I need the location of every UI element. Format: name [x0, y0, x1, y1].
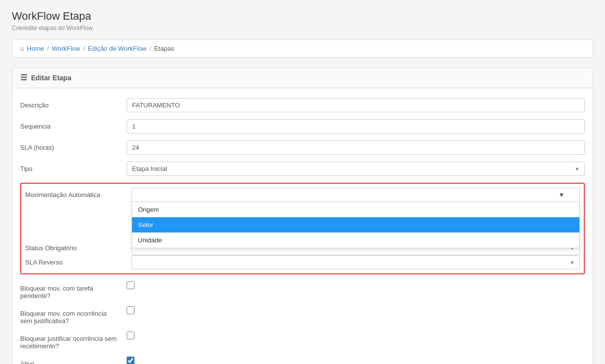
breadcrumb-sep-1: / — [47, 45, 49, 52]
sla-input[interactable] — [127, 140, 585, 155]
sla-reverso-select-wrapper: ▼ — [132, 255, 580, 269]
bloquear1-wrap — [127, 281, 585, 289]
sequencia-row: Sequencia — [20, 119, 585, 133]
breadcrumb-workflow[interactable]: WorkFlow — [52, 45, 80, 52]
movimentacao-dropdown-display[interactable]: ▼ — [132, 188, 580, 201]
card-body: Descrição Sequencia SLA (horas) — [12, 88, 593, 364]
sequencia-input[interactable] — [127, 119, 585, 133]
tipo-label: Tipo — [20, 162, 119, 172]
card-header: ☰ Editar Etapa — [12, 68, 593, 88]
descricao-wrap — [127, 98, 585, 112]
highlight-group: Movimentação Automática ▼ Origem Setor U… — [20, 183, 585, 274]
ativo-checkbox[interactable] — [127, 357, 134, 364]
sla-row: SLA (horas) — [20, 140, 585, 155]
ativo-wrap — [127, 357, 585, 364]
bloquear2-label: Bloquear mov. com ocorrência sem justifi… — [20, 306, 119, 325]
movimentacao-wrap: ▼ Origem Setor Unidade — [132, 188, 580, 201]
sequencia-wrap — [127, 119, 585, 133]
ativo-label: Ativo — [20, 357, 119, 364]
breadcrumb-edicao[interactable]: Edição de WorkFlow — [88, 45, 146, 52]
sla-label: SLA (horas) — [20, 140, 119, 151]
descricao-label: Descrição — [20, 98, 119, 109]
sla-reverso-label: SLA Reverso — [25, 255, 124, 266]
bloquear3-wrap — [127, 331, 585, 339]
bloquear3-checkbox[interactable] — [127, 331, 134, 339]
sla-reverso-select[interactable] — [132, 255, 580, 269]
sla-wrap — [127, 140, 585, 155]
tipo-row: Tipo Etapa Inicial Etapa Intermediária E… — [20, 162, 585, 176]
movimentacao-option-setor[interactable]: Setor — [132, 217, 579, 232]
bloquear3-row: Bloquear justificar ocorrência sem receb… — [20, 331, 585, 350]
tipo-wrap: Etapa Inicial Etapa Intermediária Etapa … — [127, 162, 585, 176]
movimentacao-row: Movimentação Automática ▼ Origem Setor U… — [21, 188, 584, 201]
status-label: Status Obrigatório — [25, 241, 124, 252]
breadcrumb-sep-2: / — [83, 45, 85, 52]
sla-reverso-wrap: ▼ — [132, 255, 580, 269]
page-title: WorkFlow Etapa — [12, 10, 593, 23]
tipo-select-wrapper: Etapa Inicial Etapa Intermediária Etapa … — [127, 162, 585, 176]
descricao-input[interactable] — [127, 98, 585, 112]
home-icon: ⌂ — [20, 45, 24, 52]
tipo-select[interactable]: Etapa Inicial Etapa Intermediária Etapa … — [127, 162, 585, 176]
descricao-row: Descrição — [20, 98, 585, 112]
bloquear2-wrap — [127, 306, 585, 314]
breadcrumb-home[interactable]: Home — [27, 45, 44, 52]
bloquear1-row: Bloquear mov. com tarefa pendente? — [20, 281, 585, 299]
breadcrumb-etapas: Etapas — [154, 45, 174, 52]
menu-icon: ☰ — [20, 74, 27, 82]
sla-reverso-row: SLA Reverso ▼ — [21, 255, 584, 269]
bloquear2-row: Bloquear mov. com ocorrência sem justifi… — [20, 306, 585, 325]
movimentacao-label: Movimentação Automática — [25, 188, 124, 199]
movimentacao-dropdown-wrapper: ▼ Origem Setor Unidade — [132, 188, 580, 201]
page-subtitle: Crie/edite etapas do WorkFlow. — [12, 25, 593, 32]
breadcrumb: ⌂ Home / WorkFlow / Edição de WorkFlow /… — [12, 39, 593, 58]
card-header-title: Editar Etapa — [31, 74, 71, 82]
ativo-row: Ativo — [20, 357, 585, 364]
bloquear1-checkbox[interactable] — [127, 281, 134, 289]
movimentacao-arrow: ▼ — [558, 191, 565, 199]
movimentacao-option-origem[interactable]: Origem — [132, 202, 579, 217]
edit-card: ☰ Editar Etapa Descrição Sequencia SLA (… — [12, 67, 593, 364]
movimentacao-dropdown-list: Origem Setor Unidade — [132, 201, 580, 248]
bloquear2-checkbox[interactable] — [127, 306, 134, 314]
bloquear1-label: Bloquear mov. com tarefa pendente? — [20, 281, 119, 299]
sequencia-label: Sequencia — [20, 119, 119, 130]
bloquear3-label: Bloquear justificar ocorrência sem receb… — [20, 331, 119, 350]
breadcrumb-sep-3: / — [149, 45, 151, 52]
movimentacao-option-unidade[interactable]: Unidade — [132, 232, 579, 248]
